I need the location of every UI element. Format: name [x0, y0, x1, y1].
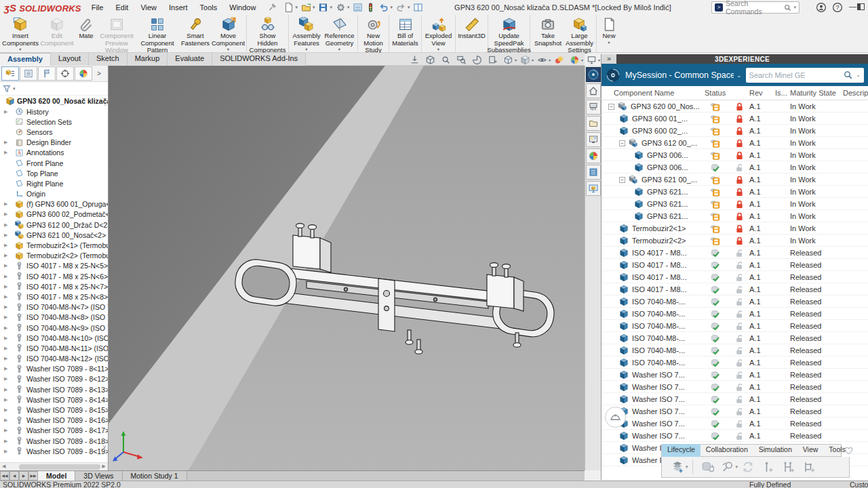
expand-arrow-icon[interactable]: ▶ — [4, 418, 11, 423]
ribbon-button[interactable]: Assembly Features ▾ — [290, 15, 323, 52]
component-row[interactable]: ISO 7040-M8-... A.1 Released — [601, 357, 868, 369]
quick-tool[interactable]: ▾ — [300, 1, 317, 14]
quick-tool[interactable]: ▾ — [334, 1, 352, 14]
component-row[interactable]: GPN3 006... A.1 In Work — [601, 149, 868, 161]
lifecycle-action[interactable] — [738, 460, 758, 474]
lifecycle-action[interactable]: ▾ — [717, 460, 738, 474]
component-row[interactable]: ISO 7040-M8-... A.1 Released — [601, 320, 868, 332]
search-scope-chevron-icon[interactable]: ⌄ — [856, 72, 861, 78]
col-status[interactable]: Status — [705, 89, 732, 97]
panel-collapse-button[interactable]: » — [601, 54, 616, 64]
session-title[interactable]: MySession - Common Space (Mi... — [625, 70, 734, 80]
command-tab[interactable]: Layout — [51, 53, 89, 66]
pm-tree-icon[interactable] — [1, 66, 19, 81]
row-expander[interactable]: − — [619, 140, 625, 146]
component-row[interactable]: − GPN3 621 00_... A.1 In Work — [601, 174, 868, 186]
pm-list-icon[interactable] — [20, 66, 37, 81]
ribbon-button[interactable]: New ▾ — [598, 15, 620, 52]
tree-item[interactable]: ▶ ISO 4017 - M8 x 25-N<5> (ISO — [0, 261, 108, 271]
expand-arrow-icon[interactable]: ▶ — [4, 304, 11, 310]
tree-item[interactable]: ▶ Design Binder — [0, 138, 108, 148]
command-tab[interactable]: SOLIDWORKS Add-Ins — [212, 53, 306, 66]
graphics-viewport[interactable] — [108, 66, 585, 470]
tree-item[interactable]: ▶ Washer ISO 7089 - 8<16> (Was — [0, 415, 108, 426]
tree-item[interactable]: ▶ Washer ISO 7089 - 8<14> (Was — [0, 394, 108, 405]
component-row[interactable]: Termobuzir2<2> A.1 In Work — [601, 235, 868, 247]
search-dropdown-icon[interactable]: ▾ — [793, 5, 796, 10]
expand-arrow-icon[interactable]: ▶ — [4, 325, 11, 331]
view-tool[interactable]: ▾ — [567, 55, 584, 65]
expand-arrow-icon[interactable]: ▶ — [4, 211, 11, 217]
component-row[interactable]: Washer ISO 7... A.1 Released — [601, 405, 868, 418]
dropdown-caret-icon[interactable]: ▾ — [19, 47, 21, 52]
menu-item[interactable]: Window — [223, 1, 262, 14]
tree-item[interactable]: ▶ Washer ISO 7089 - 8<12> (Was — [0, 374, 108, 384]
filter-funnel-icon[interactable] — [2, 84, 12, 94]
dropdown-caret-icon[interactable]: ▾ — [305, 47, 307, 52]
dropdown-caret-icon[interactable]: ▾ — [227, 47, 229, 52]
ribbon-button[interactable]: Exploded View ▾ — [423, 15, 456, 52]
tree-item[interactable]: ▶ ISO 4017 - M8 x 25-N<7> (ISO — [0, 281, 108, 291]
component-row[interactable]: GPN3 621... A.1 In Work — [601, 198, 868, 210]
tp-home-icon[interactable] — [586, 83, 601, 98]
row-expander[interactable]: − — [608, 104, 614, 110]
lifecycle-tab[interactable]: Collaboration — [701, 444, 753, 457]
dropdown-caret-icon[interactable]: ▾ — [686, 464, 688, 470]
component-row[interactable]: ISO 4017 - M8... A.1 Released — [601, 259, 868, 271]
ribbon-button[interactable]: Component Preview Window — [98, 15, 136, 52]
dropdown-caret-icon[interactable]: ▾ — [515, 58, 517, 62]
component-row[interactable]: GPN3 006... A.1 In Work — [601, 161, 868, 174]
pm-flag-icon[interactable] — [38, 66, 56, 81]
expand-panel-chevron[interactable]: > — [97, 70, 101, 77]
component-row[interactable]: Washer ISO 7... A.1 Released — [601, 430, 868, 442]
quick-tool[interactable]: ▾ — [412, 1, 425, 14]
menu-item[interactable]: Edit — [109, 1, 134, 14]
tree-item[interactable]: ▶ Washer ISO 7089 - 8<15> (Was — [0, 405, 108, 415]
component-row[interactable]: ISO 7040-M8-... A.1 Released — [601, 332, 868, 344]
lifecycle-tab[interactable]: Simulation — [753, 444, 797, 457]
tree-item[interactable]: ▶ Washer ISO 7089 - 8<17> (Was — [0, 426, 108, 436]
session-chevron-icon[interactable]: ⌄ — [736, 72, 742, 79]
tab-scroll-right[interactable]: ▶ — [19, 471, 28, 481]
quick-tool[interactable]: ▾ — [395, 1, 412, 14]
view-tool[interactable]: ▾ — [500, 55, 517, 65]
tree-item[interactable]: ▶ ISO 7040-M8-N<12> (ISO 7040 — [0, 354, 108, 364]
tree-item[interactable]: ▶ ISO 7040-M8-N<10> (ISO 7040 — [0, 333, 108, 343]
lifecycle-action[interactable] — [697, 460, 717, 474]
tp-compass-icon[interactable] — [586, 67, 601, 82]
scrollbar-thumb[interactable] — [19, 464, 100, 470]
lifecycle-action[interactable]: ▾ — [667, 460, 697, 474]
expand-arrow-icon[interactable]: ▶ — [4, 314, 11, 320]
view-tool[interactable]: ▾ — [584, 55, 601, 65]
expand-arrow-icon[interactable]: ▶ — [4, 407, 11, 413]
ribbon-button[interactable]: Instant3D — [457, 15, 488, 52]
quick-tool[interactable]: ▾ — [317, 1, 334, 14]
view-tool[interactable] — [422, 55, 438, 65]
expand-arrow-icon[interactable]: ▶ — [4, 140, 11, 145]
component-row[interactable]: Washer ISO 7... A.1 Released — [601, 369, 868, 381]
ribbon-button[interactable]: Large Assembly Settings — [564, 15, 597, 52]
expand-arrow-icon[interactable]: ▶ — [4, 376, 11, 382]
component-row[interactable]: Washer ISO 7... A.1 Released — [601, 381, 868, 393]
lifecycle-tab[interactable]: Lifecycle — [662, 444, 701, 457]
tree-item[interactable]: Right Plane — [0, 178, 108, 188]
expand-arrow-icon[interactable]: ▶ — [4, 439, 11, 444]
component-row[interactable]: ISO 7040-M8-... A.1 Released — [601, 344, 868, 357]
ribbon-button[interactable]: Update SpeedPak Subassemblies — [490, 15, 530, 52]
expand-arrow-icon[interactable]: ▶ — [4, 150, 11, 155]
tp-forum-icon[interactable] — [586, 181, 601, 196]
ribbon-button[interactable]: Show Hidden Components — [248, 15, 289, 52]
tree-item[interactable]: ▶ A Annotations — [0, 148, 108, 158]
tree-item[interactable]: ▶ History — [0, 106, 108, 117]
component-row[interactable]: GPN3 600 02_... A.1 In Work — [601, 125, 868, 137]
tree-item[interactable]: ▶ Termobuzir2<2> (Termobuzir2 — [0, 251, 108, 261]
quick-tool[interactable]: ▾ — [282, 1, 300, 14]
expand-arrow-icon[interactable]: ▶ — [4, 346, 11, 351]
command-tab[interactable]: Evaluate — [167, 53, 212, 66]
dropdown-caret-icon[interactable]: ▾ — [608, 41, 610, 45]
tab-scroll-left[interactable]: ◀ — [9, 471, 19, 481]
expand-arrow-icon[interactable]: ▶ — [4, 263, 11, 268]
tp-palette-icon[interactable] — [586, 132, 601, 147]
component-row[interactable]: GPN3 621... A.1 In Work — [601, 186, 868, 198]
view-tool[interactable] — [551, 55, 567, 65]
